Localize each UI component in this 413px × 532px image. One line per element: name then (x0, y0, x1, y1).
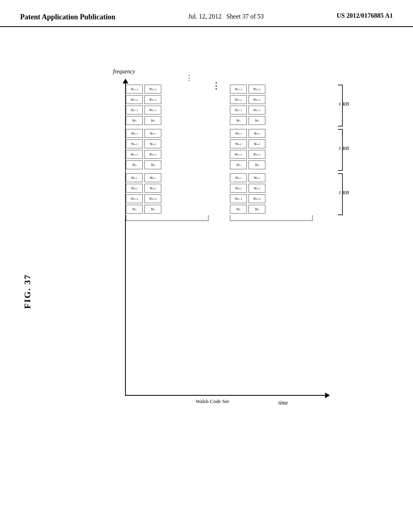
row-9-right: Wn-1 Wn-1 (230, 173, 265, 183)
left-axis-line (125, 85, 126, 219)
cell-r10-l1: Wn-2 (126, 184, 143, 193)
patent-number: US 2012/0176885 A1 (336, 12, 393, 19)
row-11-left: Wn+4 Wn+4 (126, 194, 161, 204)
cell-r2-l2: Wn+2 (144, 95, 161, 104)
row-8-right: Wn Wn (230, 160, 265, 170)
cell-r1-r2: Wn+2 (248, 85, 265, 94)
row-4-right: Wn Wn (230, 116, 265, 126)
cell-r2-r1: Wn+2 (230, 95, 247, 104)
cell-r4-r2: Wn (248, 116, 265, 125)
cell-r3-r1: Wn+1 (230, 106, 247, 114)
cell-r5-l2: Wn-1 (144, 129, 161, 138)
cell-r2-l1: Wn+2 (126, 95, 143, 104)
row-12-right: Wn Wn (230, 205, 265, 214)
row-9-left: Wn-1 Wn-1 (126, 173, 161, 183)
cell-r11-l1: Wn+4 (126, 194, 143, 203)
cell-r6-r2: Wn-2 (248, 139, 265, 148)
row-12-left: Wn Wn (126, 205, 161, 214)
cell-r7-r2: Wn+1 (248, 150, 265, 159)
figure-label: FIG. 37 (22, 274, 33, 309)
row-3-right: Wn+1 Wn+1 (230, 106, 265, 115)
rb-label-3: 1 RB (338, 189, 349, 196)
cell-r1-l1: Wn+2 (126, 85, 143, 94)
walsh-code-set-label: Walsh Code Set (196, 398, 229, 405)
cell-r12-l1: Wn (126, 205, 143, 214)
time-axis (125, 395, 327, 396)
cell-r9-l1: Wn-1 (126, 173, 143, 182)
cell-r11-l2: Wn+4 (144, 194, 161, 203)
cell-r4-l1: Wn (126, 116, 143, 125)
cell-r4-l2: Wn (144, 116, 161, 125)
cell-r8-r1: Wn (230, 160, 247, 169)
row-5-left: Wn-1 Wn-1 (126, 129, 161, 139)
dots-separator: ⋮ (212, 81, 221, 91)
cell-r9-r1: Wn-1 (230, 173, 247, 182)
row-10-right: Wn-2 Wn-2 (230, 184, 265, 193)
row-4-left: Wn Wn (126, 116, 161, 126)
row-3-left: Wn+1 Wn+1 (126, 106, 161, 115)
page-header: Patent Application Publication Jul. 12, … (0, 0, 413, 27)
cell-r1-r1: Wn+2 (230, 85, 247, 94)
diagram-area: frequency ⋮ time Walsh Code Set Wn+2 Wn+… (105, 56, 347, 480)
cell-r11-r2: Wn+4 (248, 194, 265, 203)
cell-r11-r1: Wn+4 (230, 194, 247, 203)
top-dots: ⋮ (186, 73, 194, 82)
cell-r9-l2: Wn-1 (144, 173, 161, 182)
row-7-left: Wn+1 Wn+1 (126, 150, 161, 160)
time-axis-arrow (325, 393, 330, 398)
row-2-right: Wn+2 Wn+2 (230, 95, 265, 105)
bottom-bracket-left (126, 215, 209, 221)
row-6-right: Wn-2 Wn-2 (230, 139, 265, 149)
cell-r7-l2: Wn+1 (144, 150, 161, 159)
cell-r12-l2: Wn (144, 205, 161, 214)
row-8-left: Wn Wn (126, 160, 161, 170)
cell-r7-r1: Wn+1 (230, 150, 247, 159)
row-1-left: Wn+2 Wn+2 (126, 85, 161, 94)
rb-label-2: 1 RB (338, 145, 349, 152)
cell-r10-r2: Wn-2 (248, 184, 265, 193)
bottom-bracket-right (230, 215, 313, 221)
frequency-axis-arrow (123, 79, 128, 83)
cell-r6-r1: Wn-2 (230, 139, 247, 148)
cell-r8-r2: Wn (248, 160, 265, 169)
cell-r2-r2: Wn+2 (248, 95, 265, 104)
cell-r6-l2: Wn-2 (144, 139, 161, 148)
cell-r1-l2: Wn+2 (144, 85, 161, 94)
time-label: time (278, 400, 288, 406)
cell-r12-r2: Wn (248, 205, 265, 214)
row-11-right: Wn+4 Wn+4 (230, 194, 265, 204)
date-sheet: Jul. 12, 2012 Sheet 37 of 53 (188, 12, 264, 21)
frequency-label: frequency (113, 69, 135, 75)
cell-r8-l1: Wn (126, 160, 143, 169)
cell-r10-r1: Wn-2 (230, 184, 247, 193)
cell-r3-l2: Wn+1 (144, 106, 161, 114)
row-2-left: Wn+2 Wn+2 (126, 95, 161, 105)
cell-r3-r2: Wn+1 (248, 106, 265, 114)
row-1-right: Wn+2 Wn+2 (230, 85, 265, 94)
cell-r10-l2: Wn-2 (144, 184, 161, 193)
row-10-left: Wn-2 Wn-2 (126, 184, 161, 193)
cell-r9-r2: Wn-1 (248, 173, 265, 182)
cell-r5-r1: Wn-1 (230, 129, 247, 138)
publication-title: Patent Application Publication (20, 12, 115, 22)
cell-r3-l1: Wn+1 (126, 106, 143, 114)
rb-label-1: 1 RB (338, 101, 349, 107)
cell-r8-l2: Wn (144, 160, 161, 169)
cell-r6-l1: Wn-2 (126, 139, 143, 148)
cell-r5-r2: Wn-1 (248, 129, 265, 138)
row-6-left: Wn-2 Wn-2 (126, 139, 161, 149)
row-5-right: Wn-1 Wn-1 (230, 129, 265, 139)
cell-r7-l1: Wn+1 (126, 150, 143, 159)
row-7-right: Wn+1 Wn+1 (230, 150, 265, 160)
cell-r12-r1: Wn (230, 205, 247, 214)
cell-r4-r1: Wn (230, 116, 247, 125)
cell-r5-l1: Wn-1 (126, 129, 143, 138)
